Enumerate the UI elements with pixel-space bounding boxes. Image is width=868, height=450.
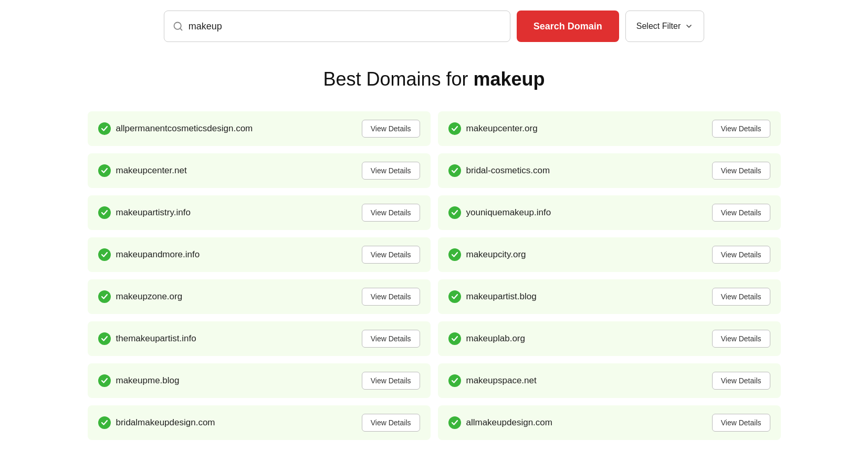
view-details-button[interactable]: View Details: [362, 204, 420, 222]
domain-left: makeupzone.org: [98, 290, 183, 303]
svg-line-1: [180, 28, 182, 30]
domain-name: themakeupartist.info: [116, 333, 196, 344]
view-details-button[interactable]: View Details: [712, 288, 770, 306]
available-icon: [448, 164, 461, 177]
domain-left: allpermanentcosmeticsdesign.com: [98, 122, 253, 135]
view-details-button[interactable]: View Details: [712, 204, 770, 222]
domain-left: bridalmakeupdesign.com: [98, 416, 215, 429]
available-icon: [448, 290, 461, 303]
view-details-button[interactable]: View Details: [362, 330, 420, 348]
domain-name: makeupartist.blog: [466, 291, 537, 302]
domain-item: allpermanentcosmeticsdesign.com View Det…: [88, 111, 431, 146]
domain-name: makeupme.blog: [116, 375, 180, 386]
domain-name: bridalmakeupdesign.com: [116, 417, 215, 428]
domain-item: makeupzone.org View Details: [88, 279, 431, 314]
domain-left: youniquemakeup.info: [448, 206, 551, 219]
available-icon: [448, 416, 461, 429]
view-details-button[interactable]: View Details: [362, 162, 420, 180]
view-details-button[interactable]: View Details: [712, 330, 770, 348]
domain-left: makeupandmore.info: [98, 248, 200, 261]
domain-name: makeupcenter.org: [466, 123, 538, 134]
available-icon: [98, 416, 111, 429]
domain-left: makeupartistry.info: [98, 206, 191, 219]
view-details-button[interactable]: View Details: [712, 372, 770, 390]
view-details-button[interactable]: View Details: [712, 246, 770, 264]
domain-name: makeupspace.net: [466, 375, 537, 386]
domain-left: themakeupartist.info: [98, 332, 196, 345]
domain-item: makeupme.blog View Details: [88, 363, 431, 398]
domain-name: makeupandmore.info: [116, 249, 200, 260]
domain-left: makeupme.blog: [98, 374, 180, 387]
domain-name: makeupartistry.info: [116, 207, 191, 218]
domain-name: bridal-cosmetics.com: [466, 165, 550, 176]
domain-item: makeupspace.net View Details: [438, 363, 781, 398]
available-icon: [98, 290, 111, 303]
view-details-button[interactable]: View Details: [362, 120, 420, 138]
domain-name: makeupcenter.net: [116, 165, 187, 176]
view-details-button[interactable]: View Details: [712, 414, 770, 432]
domain-left: makeuplab.org: [448, 332, 525, 345]
available-icon: [98, 122, 111, 135]
available-icon: [98, 332, 111, 345]
available-icon: [448, 332, 461, 345]
domain-left: makeupcenter.org: [448, 122, 538, 135]
search-wrapper: [164, 11, 510, 42]
page-title: Best Domains for makeup: [0, 68, 868, 90]
view-details-button[interactable]: View Details: [362, 288, 420, 306]
domain-item: makeuplab.org View Details: [438, 321, 781, 356]
available-icon: [448, 122, 461, 135]
view-details-button[interactable]: View Details: [712, 162, 770, 180]
top-bar: Search Domain Select Filter: [0, 0, 868, 53]
domain-left: bridal-cosmetics.com: [448, 164, 550, 177]
domain-item: makeupcenter.org View Details: [438, 111, 781, 146]
search-icon: [173, 21, 183, 32]
domain-item: bridalmakeupdesign.com View Details: [88, 405, 431, 440]
domain-name: makeuplab.org: [466, 333, 525, 344]
domain-name: youniquemakeup.info: [466, 207, 551, 218]
view-details-button[interactable]: View Details: [362, 414, 420, 432]
chevron-down-icon: [685, 22, 693, 30]
domain-name: makeupcity.org: [466, 249, 526, 260]
available-icon: [98, 164, 111, 177]
domain-left: makeupspace.net: [448, 374, 537, 387]
search-input[interactable]: [189, 21, 501, 32]
available-icon: [98, 374, 111, 387]
available-icon: [98, 206, 111, 219]
available-icon: [448, 248, 461, 261]
domain-item: makeupartistry.info View Details: [88, 195, 431, 230]
available-icon: [448, 374, 461, 387]
domain-name: allpermanentcosmeticsdesign.com: [116, 123, 253, 134]
view-details-button[interactable]: View Details: [362, 246, 420, 264]
domain-item: bridal-cosmetics.com View Details: [438, 153, 781, 188]
select-filter-button[interactable]: Select Filter: [625, 11, 704, 42]
available-icon: [98, 248, 111, 261]
domain-item: makeupcenter.net View Details: [88, 153, 431, 188]
view-details-button[interactable]: View Details: [362, 372, 420, 390]
domain-left: makeupcity.org: [448, 248, 526, 261]
domain-item: youniquemakeup.info View Details: [438, 195, 781, 230]
view-details-button[interactable]: View Details: [712, 120, 770, 138]
search-domain-button[interactable]: Search Domain: [517, 11, 619, 42]
domain-item: themakeupartist.info View Details: [88, 321, 431, 356]
results-grid: allpermanentcosmeticsdesign.com View Det…: [67, 111, 802, 450]
domain-item: makeupartist.blog View Details: [438, 279, 781, 314]
filter-label: Select Filter: [636, 22, 681, 31]
domain-left: makeupartist.blog: [448, 290, 537, 303]
domain-left: makeupcenter.net: [98, 164, 187, 177]
domain-item: makeupandmore.info View Details: [88, 237, 431, 272]
available-icon: [448, 206, 461, 219]
domain-name: makeupzone.org: [116, 291, 183, 302]
domain-item: allmakeupdesign.com View Details: [438, 405, 781, 440]
domain-item: makeupcity.org View Details: [438, 237, 781, 272]
domain-name: allmakeupdesign.com: [466, 417, 552, 428]
domain-left: allmakeupdesign.com: [448, 416, 552, 429]
